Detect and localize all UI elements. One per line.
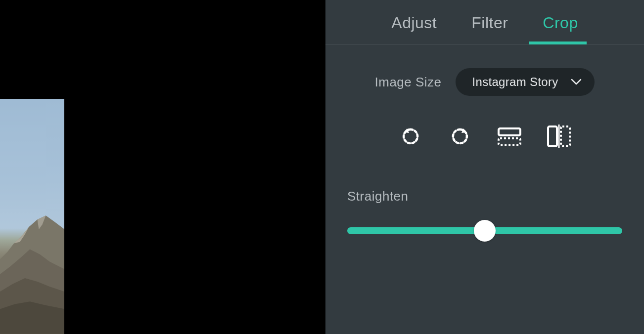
slider-thumb[interactable] xyxy=(474,220,496,242)
flip-horizontal-icon xyxy=(497,125,522,147)
image-size-label: Image Size xyxy=(375,75,442,90)
panel-body: Image Size Instagram Story xyxy=(325,44,644,242)
tab-crop[interactable]: Crop xyxy=(543,14,578,32)
flip-horizontal-button[interactable] xyxy=(497,124,522,149)
svg-rect-1 xyxy=(499,138,520,145)
mountain-graphic xyxy=(0,205,64,334)
canvas-area[interactable] xyxy=(0,0,325,334)
rotate-right-icon xyxy=(449,125,471,147)
svg-rect-3 xyxy=(561,126,570,146)
edit-panel: Adjust Filter Crop Image Size Instagram … xyxy=(325,0,644,334)
svg-rect-2 xyxy=(548,126,557,146)
svg-rect-0 xyxy=(499,128,520,135)
tab-underline xyxy=(529,42,587,44)
flip-vertical-icon xyxy=(546,125,572,148)
transform-tools xyxy=(347,124,622,149)
straighten-label: Straighten xyxy=(347,189,622,204)
rotate-left-button[interactable] xyxy=(398,124,423,149)
image-size-row: Image Size Instagram Story xyxy=(347,68,622,96)
rotate-left-icon xyxy=(400,125,421,147)
tab-adjust[interactable]: Adjust xyxy=(391,14,437,32)
image-preview[interactable] xyxy=(0,99,64,334)
tab-bar: Adjust Filter Crop xyxy=(325,0,644,44)
image-size-selected: Instagram Story xyxy=(472,75,558,89)
chevron-down-icon xyxy=(571,79,582,85)
image-size-select[interactable]: Instagram Story xyxy=(456,68,595,96)
straighten-slider[interactable] xyxy=(347,220,622,242)
tab-filter[interactable]: Filter xyxy=(471,14,508,32)
rotate-right-button[interactable] xyxy=(447,124,473,149)
app-root: Adjust Filter Crop Image Size Instagram … xyxy=(0,0,644,334)
flip-vertical-button[interactable] xyxy=(546,124,572,149)
